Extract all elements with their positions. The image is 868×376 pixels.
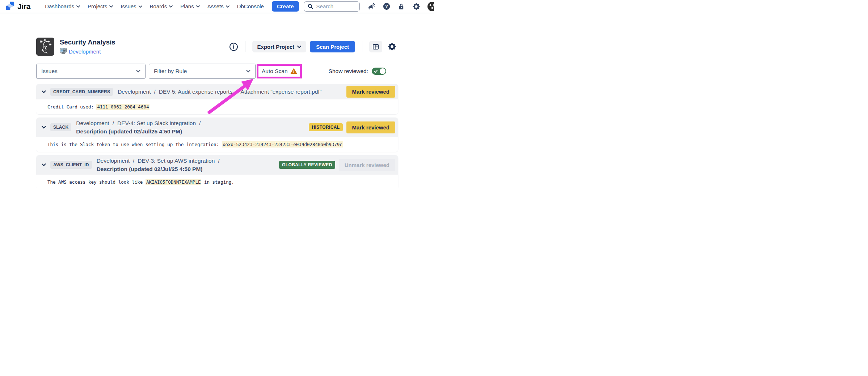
info-icon[interactable] — [229, 42, 238, 51]
finding-header: SLACK Development / DEV-4: Set up Slack … — [36, 118, 398, 137]
expand-chevron-icon[interactable] — [42, 90, 46, 93]
search-icon — [307, 3, 313, 9]
jira-logo[interactable]: Jira — [5, 1, 30, 12]
chevron-down-icon — [297, 46, 301, 48]
unmark-reviewed-button[interactable]: Unmark reviewed — [339, 159, 395, 171]
panel-layout-icon — [372, 43, 379, 50]
nav-item-plans[interactable]: Plans — [180, 3, 200, 9]
jira-logo-text: Jira — [17, 2, 30, 11]
breadcrumb-project[interactable]: Development — [76, 119, 109, 127]
page-header: Security Analysis Development — [36, 38, 398, 56]
divider — [245, 41, 245, 52]
breadcrumb: Development / DEV-3: Set up AWS integrat… — [97, 157, 275, 173]
finding-header: AWS_CLIENT_ID Development / DEV-3: Set u… — [36, 155, 398, 175]
project-link[interactable]: Development — [69, 48, 101, 55]
project-avatar — [36, 38, 54, 56]
breadcrumb-location: Description (updated 02/Jul/25 4:50 PM) — [76, 128, 182, 135]
toggle-knob — [380, 68, 385, 74]
warning-icon — [290, 68, 297, 74]
side-panel-layout-button[interactable] — [369, 41, 382, 52]
chevron-down-icon — [109, 5, 113, 8]
rule-badge: CREDIT_CARD_NUMBERS — [50, 88, 113, 96]
historical-badge: HISTORICAL — [309, 123, 342, 131]
jira-logo-icon — [5, 1, 15, 12]
breadcrumb-issue[interactable]: DEV-3: Set up AWS integration — [138, 157, 215, 164]
show-reviewed-toggle[interactable] — [372, 68, 386, 75]
export-project-button[interactable]: Export Project — [252, 41, 307, 52]
check-icon — [374, 70, 378, 73]
search-input[interactable] — [316, 3, 356, 9]
user-avatar[interactable] — [427, 2, 434, 11]
header-actions: Export Project Scan Project — [229, 41, 398, 52]
nav-item-issues[interactable]: Issues — [121, 3, 142, 9]
breadcrumb-issue[interactable]: DEV-4: Set up Slack integration — [117, 119, 196, 127]
chevron-down-icon — [76, 5, 80, 8]
nav-item-assets[interactable]: Assets — [207, 3, 229, 9]
mark-reviewed-button[interactable]: Mark reviewed — [346, 86, 395, 98]
project-emoji-icon — [60, 48, 67, 56]
filter-by-rule-dropdown[interactable]: Filter by Rule — [149, 64, 256, 79]
auto-scan-button[interactable]: Auto Scan — [258, 66, 300, 77]
rule-badge: AWS_CLIENT_ID — [50, 161, 92, 169]
chevron-down-icon — [136, 70, 140, 73]
breadcrumb-issue[interactable]: DEV-5: Audit expense reports — [159, 88, 232, 95]
issues-dropdown[interactable]: Issues — [36, 64, 146, 79]
show-reviewed-group: Show reviewed: — [329, 68, 386, 75]
help-icon[interactable]: ? — [383, 2, 391, 10]
nav-menu: Dashboards Projects Issues Boards Plans … — [45, 3, 264, 9]
nav-item-projects[interactable]: Projects — [88, 3, 113, 9]
breadcrumb-project[interactable]: Development — [118, 88, 151, 95]
finding-card-aws: AWS_CLIENT_ID Development / DEV-3: Set u… — [36, 155, 398, 188]
nav-item-boards[interactable]: Boards — [150, 3, 173, 9]
page-settings-gear-button[interactable] — [386, 41, 398, 52]
filter-row: Issues Filter by Rule Auto Scan Show rev… — [36, 64, 398, 79]
breadcrumb: Development / DEV-4: Set up Slack integr… — [76, 119, 305, 135]
finding-card-credit-card: CREDIT_CARD_NUMBERS Development / DEV-5:… — [36, 84, 398, 114]
gear-icon — [387, 42, 397, 51]
expand-chevron-icon[interactable] — [42, 126, 46, 129]
finding-header: CREDIT_CARD_NUMBERS Development / DEV-5:… — [36, 84, 398, 99]
globally-reviewed-badge: GLOBALLY REVIEWED — [279, 161, 335, 169]
create-button[interactable]: Create — [272, 1, 299, 12]
rule-badge: SLACK — [50, 123, 71, 131]
nav-item-dashboards[interactable]: Dashboards — [45, 3, 80, 9]
chevron-down-icon — [169, 5, 173, 8]
show-reviewed-label: Show reviewed: — [329, 68, 368, 74]
secret-value: 4111 0062 2084 4604 — [96, 104, 149, 110]
findings-list: CREDIT_CARD_NUMBERS Development / DEV-5:… — [36, 84, 398, 188]
annotation-highlight-box: Auto Scan — [257, 64, 302, 78]
nav-icons: ? — [367, 2, 434, 11]
lock-icon[interactable] — [397, 3, 405, 10]
search-box[interactable] — [304, 1, 360, 12]
chevron-down-icon — [139, 5, 142, 8]
finding-content: This is the Slack token to use when sett… — [36, 137, 398, 152]
scan-project-button[interactable]: Scan Project — [310, 41, 355, 52]
breadcrumb-location: Attachment "expense-report.pdf" — [240, 88, 321, 95]
finding-card-slack: SLACK Development / DEV-4: Set up Slack … — [36, 118, 398, 152]
breadcrumb-project[interactable]: Development — [97, 157, 130, 164]
secret-value: AKIAIO5FODNN7EXAMPLE — [146, 179, 202, 185]
chevron-down-icon — [246, 70, 250, 73]
settings-gear-icon[interactable] — [412, 2, 421, 11]
chevron-down-icon — [196, 5, 200, 8]
top-navigation: Jira Dashboards Projects Issues Boards P… — [0, 0, 434, 13]
secret-value: xoxo-523423-234243-234233-e039d02840a0b9… — [222, 141, 343, 148]
breadcrumb: Development / DEV-5: Audit expense repor… — [118, 88, 342, 95]
nav-item-dbconsole[interactable]: DbConsole — [237, 3, 264, 9]
page-title: Security Analysis — [60, 38, 115, 46]
announcements-megaphone-icon[interactable] — [367, 2, 376, 10]
breadcrumb-location: Description (updated 02/Jul/25 4:50 PM) — [97, 165, 203, 173]
svg-text:?: ? — [385, 4, 388, 9]
expand-chevron-icon[interactable] — [42, 163, 46, 166]
finding-content: Credit Card used: 4111 0062 2084 4604 — [36, 99, 398, 114]
chevron-down-icon — [226, 5, 229, 8]
mark-reviewed-button[interactable]: Mark reviewed — [346, 121, 395, 133]
header-titles: Security Analysis Development — [60, 38, 115, 56]
finding-content: The AWS access key should look like AKIA… — [36, 175, 398, 188]
divider — [362, 41, 362, 52]
